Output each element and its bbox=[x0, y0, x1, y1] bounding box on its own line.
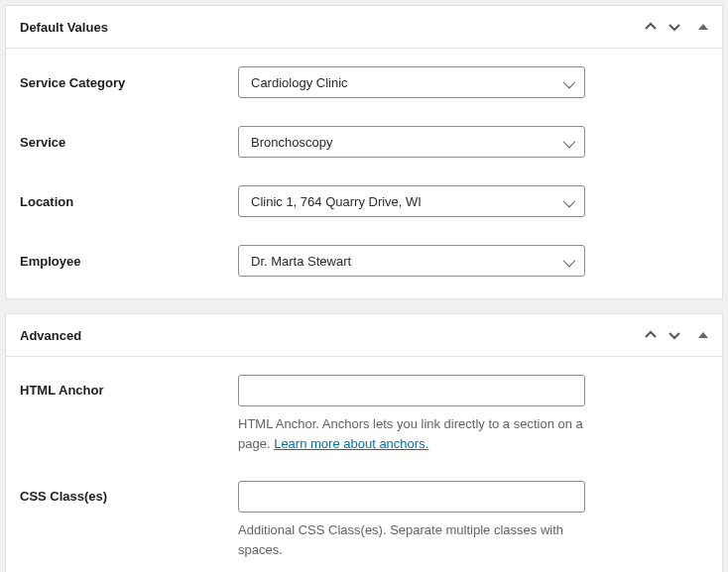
panel-body: HTML Anchor HTML Anchor. Anchors lets yo… bbox=[6, 357, 722, 572]
panel-title: Default Values bbox=[20, 20, 641, 35]
label-location: Location bbox=[20, 194, 238, 209]
select-value: Clinic 1, 764 Quarry Drive, WI bbox=[251, 194, 422, 209]
input-html-anchor[interactable] bbox=[238, 375, 585, 406]
field-service-category: Service Category Cardiology Clinic bbox=[20, 66, 708, 98]
select-service[interactable]: Bronchoscopy bbox=[238, 126, 585, 158]
panel-default-values: Default Values Service Category Cardiolo… bbox=[5, 5, 723, 299]
label-css-classes: CSS Class(es) bbox=[20, 481, 238, 504]
panel-controls bbox=[641, 17, 708, 37]
panel-controls bbox=[641, 325, 708, 345]
panel-title: Advanced bbox=[20, 328, 641, 343]
label-employee: Employee bbox=[20, 254, 238, 269]
label-service: Service bbox=[20, 135, 238, 150]
select-value: Dr. Marta Stewart bbox=[251, 254, 351, 269]
field-location: Location Clinic 1, 764 Quarry Drive, WI bbox=[20, 185, 708, 217]
select-value: Cardiology Clinic bbox=[251, 75, 348, 90]
panel-header-advanced: Advanced bbox=[6, 314, 722, 357]
label-service-category: Service Category bbox=[20, 75, 238, 90]
panel-body: Service Category Cardiology Clinic Servi… bbox=[6, 49, 722, 298]
help-css-classes: Additional CSS Class(es). Separate multi… bbox=[238, 520, 585, 559]
collapse-toggle[interactable] bbox=[698, 24, 708, 30]
field-employee: Employee Dr. Marta Stewart bbox=[20, 245, 708, 277]
select-employee[interactable]: Dr. Marta Stewart bbox=[238, 245, 585, 277]
move-down-button[interactable] bbox=[665, 17, 684, 37]
field-html-anchor: HTML Anchor HTML Anchor. Anchors lets yo… bbox=[20, 375, 708, 453]
move-up-button[interactable] bbox=[641, 325, 661, 345]
select-service-category[interactable]: Cardiology Clinic bbox=[238, 66, 585, 98]
help-html-anchor: HTML Anchor. Anchors lets you link direc… bbox=[238, 414, 585, 453]
field-css-classes: CSS Class(es) Additional CSS Class(es). … bbox=[20, 481, 708, 559]
panel-advanced: Advanced HTML Anchor HTML Anchor. Anchor… bbox=[5, 313, 723, 572]
learn-more-link[interactable]: Learn more about anchors. bbox=[274, 436, 428, 451]
select-value: Bronchoscopy bbox=[251, 135, 332, 150]
select-location[interactable]: Clinic 1, 764 Quarry Drive, WI bbox=[238, 185, 585, 217]
field-service: Service Bronchoscopy bbox=[20, 126, 708, 158]
move-down-button[interactable] bbox=[665, 325, 684, 345]
label-html-anchor: HTML Anchor bbox=[20, 375, 238, 398]
move-up-button[interactable] bbox=[641, 17, 661, 37]
input-css-classes[interactable] bbox=[238, 481, 585, 513]
collapse-toggle[interactable] bbox=[698, 332, 708, 338]
panel-header-default-values: Default Values bbox=[6, 6, 722, 49]
